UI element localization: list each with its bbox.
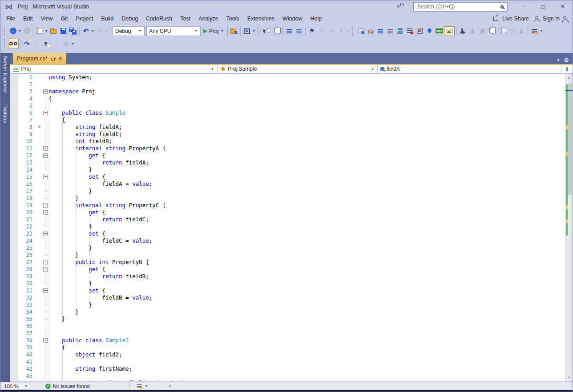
breakpoint-cell[interactable] xyxy=(10,244,18,252)
hscroll-left-arrow[interactable] xyxy=(168,384,170,388)
breakpoint-cell[interactable] xyxy=(10,330,18,337)
breakpoint-cell[interactable] xyxy=(10,145,18,152)
breakpoint-cell[interactable] xyxy=(10,202,18,209)
menu-item-extensions[interactable]: Extensions xyxy=(243,14,278,23)
code-line-7[interactable]: 7 { xyxy=(10,116,565,124)
import-settings-button[interactable] xyxy=(405,26,415,36)
scroll-track[interactable] xyxy=(565,81,573,374)
copy-frame-button[interactable] xyxy=(271,26,281,36)
breakpoint-cell[interactable] xyxy=(10,259,18,266)
jump-to-button[interactable] xyxy=(22,38,32,49)
fold-toggle-icon[interactable] xyxy=(42,152,48,159)
live-share-button[interactable]: Live Share xyxy=(502,16,529,22)
undo-dropdown[interactable] xyxy=(91,29,95,33)
breakpoint-cell[interactable] xyxy=(10,152,18,159)
breakpoint-cell[interactable] xyxy=(10,280,18,287)
undo-button[interactable] xyxy=(81,26,91,36)
menu-item-analyze[interactable]: Analyze xyxy=(194,14,222,23)
code-line-2[interactable]: 2 xyxy=(10,81,565,88)
organize-members-button[interactable] xyxy=(375,26,385,36)
fold-toggle-icon[interactable] xyxy=(42,337,48,344)
breakpoint-cell[interactable] xyxy=(10,102,18,109)
code-line-23[interactable]: 23 set { xyxy=(10,230,565,237)
document-list-dropdown[interactable] xyxy=(557,58,560,62)
breakpoint-cell[interactable] xyxy=(10,180,18,188)
scroll-up-arrow[interactable] xyxy=(565,74,573,81)
breakpoint-cell[interactable] xyxy=(10,138,18,145)
new-project-button[interactable] xyxy=(35,26,44,36)
breakpoint-cell[interactable] xyxy=(10,351,18,358)
smart-cursor-button[interactable] xyxy=(41,38,51,49)
code-cleanup-toolbar-dropdown[interactable] xyxy=(539,29,543,33)
run-all-tests-button[interactable] xyxy=(468,26,477,36)
breakpoint-cell[interactable] xyxy=(10,131,18,138)
repeat-last-run-button[interactable] xyxy=(507,26,517,36)
navigate-forward-button[interactable] xyxy=(22,26,32,36)
code-line-34[interactable]: 34 } xyxy=(10,308,565,316)
run-tests-button[interactable] xyxy=(458,26,468,36)
menu-item-edit[interactable]: Edit xyxy=(19,14,37,23)
breakpoint-cell[interactable] xyxy=(10,81,18,88)
fold-toggle-icon[interactable] xyxy=(42,202,48,209)
code-line-38[interactable]: 38 public class Sample2 xyxy=(10,337,565,344)
coderush-visualize-toggle[interactable] xyxy=(8,39,19,48)
code-line-12[interactable]: 12 get { xyxy=(10,152,565,159)
code-line-31[interactable]: 31 set { xyxy=(10,287,565,294)
breakpoint-cell[interactable] xyxy=(10,216,18,223)
breakpoint-cell[interactable] xyxy=(10,372,18,380)
tab-settings-icon[interactable] xyxy=(564,56,569,64)
new-project-dropdown[interactable] xyxy=(44,29,48,33)
code-editor[interactable]: 1using System;23namespace Proj4{56 publi… xyxy=(10,74,565,381)
frame-dropdown[interactable] xyxy=(252,29,256,33)
coderush-settings-button[interactable] xyxy=(61,38,71,49)
zoom-combo[interactable]: 100 % xyxy=(2,383,30,390)
code-cleanup-toolbar-button[interactable] xyxy=(529,26,539,36)
toggle-bookmark-button[interactable] xyxy=(307,26,317,36)
menu-item-coderush[interactable]: CodeRush xyxy=(142,14,176,23)
toolbar-grip[interactable] xyxy=(4,39,6,48)
code-line-39[interactable]: 39 { xyxy=(10,344,565,351)
code-line-20[interactable]: 20 get { xyxy=(10,209,565,216)
clear-bookmarks-button[interactable] xyxy=(336,26,346,36)
redo-button[interactable] xyxy=(95,26,105,36)
code-line-1[interactable]: 1using System; xyxy=(10,74,565,81)
scroll-thumb[interactable] xyxy=(567,84,572,195)
close-button[interactable] xyxy=(553,0,573,13)
debug-tests-button[interactable] xyxy=(477,26,487,36)
menu-item-build[interactable]: Build xyxy=(97,14,117,23)
move-down-button[interactable] xyxy=(51,38,61,49)
code-line-25[interactable]: 25 } xyxy=(10,244,565,252)
tab-close-icon[interactable] xyxy=(58,55,62,62)
breakpoint-cell[interactable] xyxy=(10,344,18,351)
breakpoint-cell[interactable] xyxy=(10,195,18,202)
fold-toggle-icon[interactable] xyxy=(42,145,48,152)
code-line-27[interactable]: 27 public int PropertyB { xyxy=(10,259,565,266)
open-file-button[interactable] xyxy=(48,26,58,36)
breakpoint-cell[interactable] xyxy=(10,287,18,294)
vertical-scrollbar[interactable] xyxy=(565,74,573,381)
code-line-42[interactable]: 42 string firstName; xyxy=(10,365,565,372)
test-history-button[interactable] xyxy=(517,26,526,36)
start-debugging-button[interactable]: Proj xyxy=(202,26,226,36)
run-target-dropdown[interactable] xyxy=(220,29,224,33)
fold-toggle-icon[interactable] xyxy=(42,266,48,273)
menu-item-test[interactable]: Test xyxy=(176,14,194,23)
type-dropdown[interactable]: Proj.Sample xyxy=(218,65,378,73)
menu-item-project[interactable]: Project xyxy=(72,14,97,23)
menu-item-help[interactable]: Help xyxy=(306,14,326,23)
breakpoint-cell[interactable] xyxy=(10,88,18,95)
code-line-5[interactable]: 5 xyxy=(10,102,565,109)
code-line-28[interactable]: 28 get { xyxy=(10,266,565,273)
run-session-button[interactable] xyxy=(497,26,507,36)
maximize-button[interactable] xyxy=(533,0,553,13)
code-line-9[interactable]: 9 string fieldC; xyxy=(10,131,565,138)
code-line-37[interactable]: 37 xyxy=(10,330,565,337)
toolbar-grip[interactable] xyxy=(352,27,354,36)
fold-toggle-icon[interactable] xyxy=(42,109,48,116)
code-line-44[interactable]: 44 #region Private field and methods xyxy=(10,380,565,381)
breakpoint-cell[interactable] xyxy=(10,252,18,259)
code-line-40[interactable]: 40 object field2; xyxy=(10,351,565,358)
save-all-button[interactable] xyxy=(68,26,78,36)
code-line-14[interactable]: 14 } xyxy=(10,166,565,173)
code-line-43[interactable]: 43 xyxy=(10,372,565,380)
